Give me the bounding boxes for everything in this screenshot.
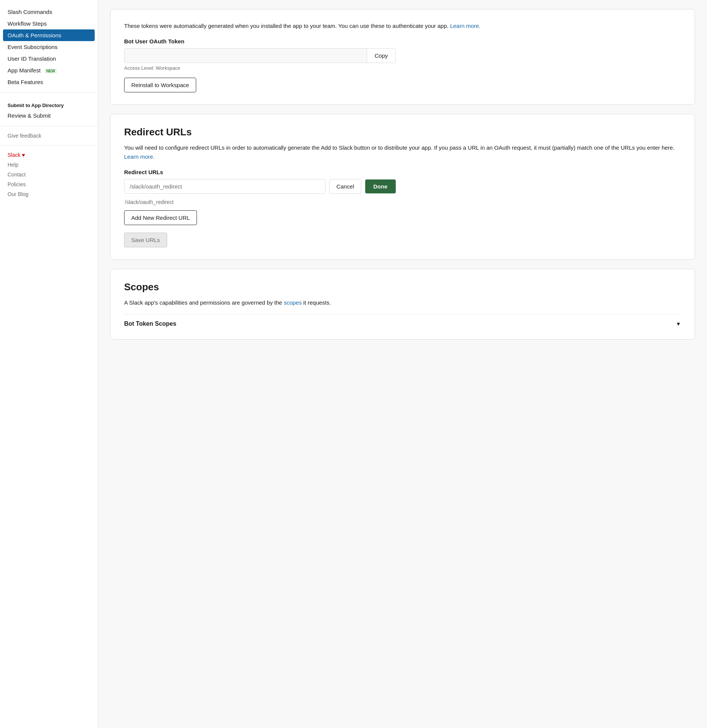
bot-token-card: These tokens were automatically generate… — [110, 9, 695, 105]
bot-token-label: Bot User OAuth Token — [124, 38, 681, 44]
done-button[interactable]: Done — [365, 179, 396, 193]
redirect-url-input[interactable] — [124, 179, 326, 194]
sidebar-item-workflow-steps[interactable]: Workflow Steps — [0, 18, 98, 29]
scopes-link[interactable]: scopes — [284, 299, 303, 306]
sidebar-divider-3 — [0, 145, 98, 146]
bot-token-description: These tokens were automatically generate… — [124, 21, 681, 31]
redirect-learn-more[interactable]: Learn more. — [124, 153, 155, 160]
sidebar-help[interactable]: Help — [0, 160, 98, 170]
sidebar-give-feedback[interactable]: Give feedback — [0, 131, 98, 141]
sidebar: Slash Commands Workflow Steps OAuth & Pe… — [0, 0, 98, 728]
sidebar-item-review-submit[interactable]: Review & Submit — [0, 110, 98, 121]
redirect-url-value: /slack/oauth_redirect — [125, 199, 681, 205]
sidebar-divider-2 — [0, 126, 98, 126]
access-level-text: Access Level: Workspace — [124, 65, 681, 71]
sidebar-policies[interactable]: Policies — [0, 179, 98, 189]
redirect-urls-field-label: Redirect URLs — [124, 169, 681, 175]
scopes-card: Scopes A Slack app's capabilities and pe… — [110, 269, 695, 340]
sidebar-divider-1 — [0, 92, 98, 93]
sidebar-item-app-manifest[interactable]: App Manifest NEW — [0, 64, 98, 76]
redirect-urls-card: Redirect URLs You will need to configure… — [110, 114, 695, 260]
scopes-description: A Slack app's capabilities and permissio… — [124, 298, 681, 307]
bot-token-scopes-label: Bot Token Scopes — [124, 320, 176, 327]
sidebar-item-slash-commands[interactable]: Slash Commands — [0, 6, 98, 18]
sidebar-item-event-subscriptions[interactable]: Event Subscriptions — [0, 41, 98, 53]
add-new-redirect-button[interactable]: Add New Redirect URL — [124, 210, 197, 225]
bot-token-row: Copy — [124, 48, 396, 63]
sidebar-contact[interactable]: Contact — [0, 170, 98, 179]
sidebar-item-user-id-translation[interactable]: User ID Translation — [0, 53, 98, 64]
scopes-title: Scopes — [124, 281, 681, 293]
reinstall-workspace-button[interactable]: Reinstall to Workspace — [124, 78, 196, 92]
sidebar-our-blog[interactable]: Our Blog — [0, 189, 98, 199]
sidebar-slack-love: Slack ♥ — [0, 150, 98, 160]
cancel-button[interactable]: Cancel — [329, 179, 361, 194]
bot-token-input[interactable] — [124, 49, 367, 63]
main-content: These tokens were automatically generate… — [98, 0, 707, 728]
app-manifest-badge: NEW — [45, 69, 57, 74]
sidebar-item-beta-features[interactable]: Beta Features — [0, 76, 98, 88]
submit-section-label: Submit to App Directory — [0, 97, 98, 110]
copy-token-button[interactable]: Copy — [367, 49, 395, 63]
redirect-urls-title: Redirect URLs — [124, 126, 681, 138]
bot-token-scopes-row[interactable]: Bot Token Scopes ▼ — [124, 314, 681, 327]
save-urls-button[interactable]: Save URLs — [124, 233, 167, 247]
redirect-input-row: Cancel Done — [124, 179, 396, 194]
bot-token-learn-more[interactable]: Learn more. — [450, 23, 481, 29]
chevron-down-icon: ▼ — [676, 321, 681, 327]
sidebar-item-oauth-permissions[interactable]: OAuth & Permissions — [3, 29, 95, 41]
redirect-urls-description: You will need to configure redirect URLs… — [124, 143, 681, 161]
